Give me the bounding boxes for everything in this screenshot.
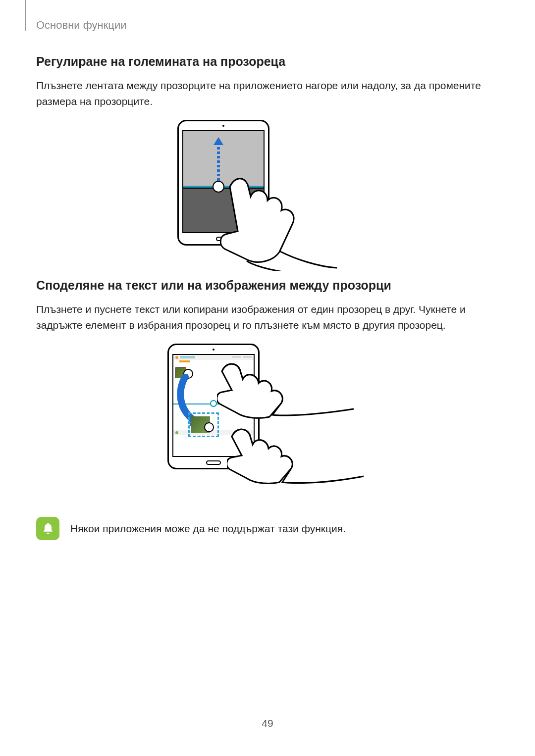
section-body: Плъзнете и пуснете текст или копирани из… (36, 302, 497, 333)
split-pane-lower (183, 187, 264, 232)
status-dot-icon (175, 356, 178, 359)
drag-up-arrow-icon (212, 136, 225, 184)
section-heading: Регулиране на големината на прозореца (36, 54, 497, 69)
app-toolbar (173, 355, 254, 360)
note-text: Някои приложения може да не поддържат та… (70, 523, 346, 535)
tablet-camera-icon (222, 125, 224, 127)
toolbar-text-placeholder (232, 356, 241, 358)
section-share-between-windows: Споделяне на текст или на изображения ме… (36, 278, 497, 492)
page-content: Регулиране на големината на прозореца Пл… (36, 54, 497, 540)
section-resize-window: Регулиране на големината на прозореца Пл… (36, 54, 497, 258)
section-heading: Споделяне на текст или на изображения ме… (36, 278, 497, 293)
breadcrumb: Основни функции (36, 19, 127, 32)
active-tab-indicator (179, 360, 190, 362)
figure-drag-between-windows (36, 344, 497, 492)
note-callout: Някои приложения може да не поддържат та… (36, 517, 497, 540)
page-number: 49 (0, 717, 535, 729)
note-bell-icon (36, 517, 59, 540)
toolbar-text-placeholder (180, 356, 195, 358)
tablet-illustration (177, 120, 269, 246)
tablet-illustration (167, 344, 260, 469)
status-dot-icon (175, 431, 178, 434)
figure-resize-window (36, 120, 497, 258)
tablet-screen (172, 354, 255, 457)
section-body: Плъзнете лентата между прозорците на при… (36, 78, 497, 109)
split-divider-handle (210, 400, 217, 407)
tablet-home-button-icon (216, 237, 231, 241)
finger-touch-icon (204, 422, 214, 432)
tablet-camera-icon (213, 349, 214, 351)
page-margin-rule (25, 0, 26, 31)
tablet-home-button-icon (206, 460, 221, 465)
toolbar-text-placeholder (243, 356, 252, 358)
tablet-screen (182, 130, 265, 233)
